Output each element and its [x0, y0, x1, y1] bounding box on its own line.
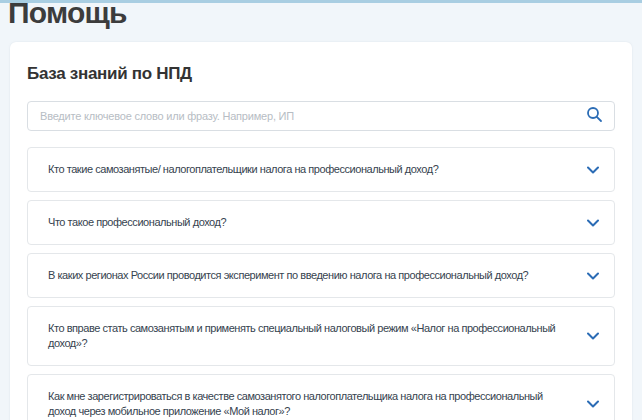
- faq-question-label: В каких регионах России проводится экспе…: [48, 268, 572, 283]
- faq-question-label: Кто такие самозанятые/ налогоплательщики…: [48, 162, 572, 177]
- chevron-down-icon: [587, 400, 599, 408]
- search-box: [27, 101, 615, 131]
- faq-item[interactable]: Кто вправе стать самозанятым и применять…: [27, 306, 615, 366]
- search-button[interactable]: [574, 102, 614, 130]
- faq-item[interactable]: Что такое профессиональный доход?: [27, 200, 615, 245]
- search-icon: [586, 106, 603, 126]
- chevron-down-icon: [587, 166, 599, 174]
- faq-question-label: Что такое профессиональный доход?: [48, 215, 572, 230]
- faq-question-label: Как мне зарегистрироваться в качестве са…: [48, 389, 572, 419]
- knowledge-base-card: База знаний по НПД Кто такие самозанятые…: [10, 42, 632, 420]
- knowledge-base-heading: База знаний по НПД: [27, 65, 615, 83]
- page-title: Помощь: [8, 0, 642, 29]
- chevron-down-icon: [587, 272, 599, 280]
- search-input[interactable]: [28, 102, 574, 130]
- faq-item[interactable]: В каких регионах России проводится экспе…: [27, 253, 615, 298]
- chevron-down-icon: [587, 332, 599, 340]
- faq-item[interactable]: Как мне зарегистрироваться в качестве са…: [27, 374, 615, 420]
- chevron-down-icon: [587, 219, 599, 227]
- faq-question-label: Кто вправе стать самозанятым и применять…: [48, 321, 572, 351]
- faq-item[interactable]: Кто такие самозанятые/ налогоплательщики…: [27, 147, 615, 192]
- faq-list: Кто такие самозанятые/ налогоплательщики…: [27, 147, 615, 420]
